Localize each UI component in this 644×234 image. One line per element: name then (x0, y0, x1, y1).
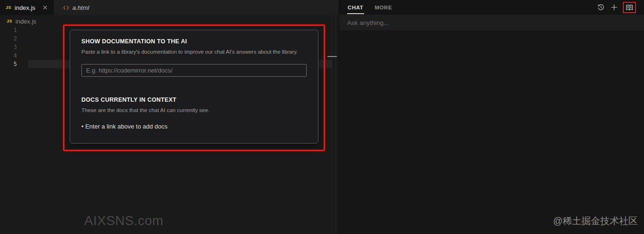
open-book-docs-icon[interactable] (626, 4, 633, 11)
javascript-icon: JS (7, 19, 12, 24)
tab-label: index.js (15, 4, 35, 11)
watermark-text: AIXSNS.com (84, 213, 163, 228)
docs-empty-list-item: • Enter a link above to add docs (81, 123, 307, 130)
new-chat-plus-icon[interactable] (610, 3, 619, 12)
overview-ruler-cursor-marker (327, 56, 337, 57)
chat-input-row (339, 15, 644, 31)
line-number: 3 (0, 43, 17, 51)
line-number-active: 5 (0, 60, 17, 68)
annotation-red-box-docs-icon (623, 2, 636, 13)
breadcrumb[interactable]: JS index.js (7, 17, 36, 25)
html-code-icon (63, 5, 69, 10)
watermark-community: @稀土掘金技术社区 (553, 215, 638, 227)
editor-pane: JS index.js a.html JS index.js (0, 0, 339, 234)
tab-label: a.html (72, 4, 89, 11)
breadcrumb-filename: index.js (16, 18, 36, 25)
show-docs-title: SHOW DOCUMENTATION TO THE AI (81, 38, 307, 45)
history-icon[interactable] (596, 3, 605, 12)
tab-index-js[interactable]: JS index.js (0, 0, 54, 15)
docs-in-context-title: DOCS CURRENTLY IN CONTEXT (81, 97, 307, 103)
chat-input[interactable] (347, 19, 636, 26)
line-number-gutter: 1 2 3 4 5 (0, 26, 17, 68)
doc-url-input[interactable] (81, 64, 307, 77)
docs-context-panel: SHOW DOCUMENTATION TO THE AI Paste a lin… (70, 30, 318, 144)
javascript-icon: JS (6, 5, 11, 10)
line-number: 2 (0, 34, 17, 43)
line-number: 1 (0, 26, 17, 34)
tab-more[interactable]: MORE (374, 0, 393, 14)
editor-tab-bar: JS index.js a.html (0, 0, 339, 15)
show-docs-description: Paste a link to a library's documentatio… (81, 49, 307, 55)
editor-scrollbar[interactable] (332, 15, 336, 234)
tab-chat[interactable]: CHAT (347, 0, 364, 14)
chat-pane: CHAT MORE (339, 0, 644, 234)
line-number: 4 (0, 51, 17, 60)
docs-in-context-description: These are the docs that the chat AI can … (81, 107, 307, 113)
chat-tab-bar: CHAT MORE (339, 0, 644, 15)
close-icon[interactable] (43, 5, 48, 10)
chat-actions (596, 2, 636, 13)
code-editor-window: JS index.js a.html JS index.js (0, 0, 644, 234)
tab-a-html[interactable]: a.html (57, 0, 114, 15)
